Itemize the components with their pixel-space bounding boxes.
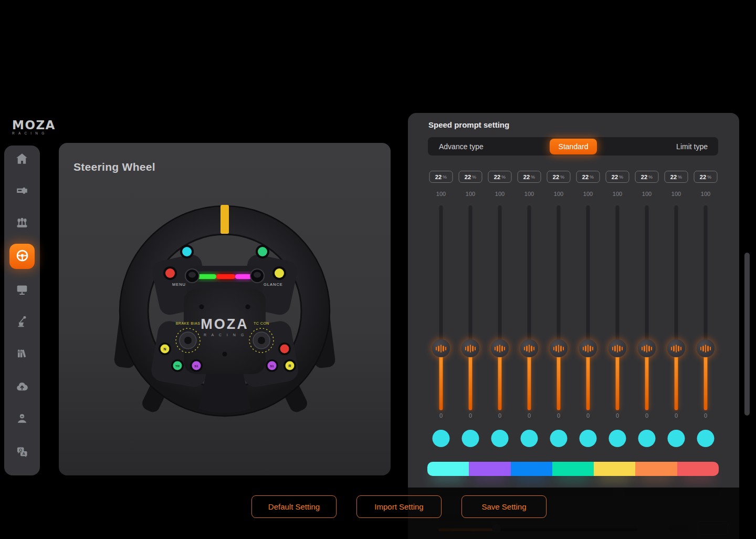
- sidebar: Q A: [4, 146, 40, 475]
- svg-text:N: N: [163, 347, 166, 351]
- sidebar-item-wheel-base[interactable]: [15, 185, 29, 199]
- logo-subtext: RACING: [12, 131, 70, 135]
- sidebar-item-monitor[interactable]: [15, 284, 29, 297]
- home-icon: [15, 152, 29, 168]
- svg-text:TC CON: TC CON: [254, 322, 269, 325]
- svg-text:MENU: MENU: [172, 282, 186, 287]
- sidebar-item-steering-wheel[interactable]: [9, 244, 35, 269]
- sidebar-item-home[interactable]: [15, 153, 29, 167]
- monitor-icon: [15, 283, 29, 298]
- steering-wheel-image: MENU GLANCE MOZA R A C I N G BRAKE BIAS …: [109, 195, 340, 427]
- logo-wordmark: MOZA: [12, 120, 70, 130]
- svg-text:A: A: [23, 451, 26, 456]
- pedals-icon: [15, 216, 29, 232]
- footer-bar: Default Setting Import Setting Save Sett…: [0, 489, 756, 539]
- steering-wheel-icon: [15, 248, 29, 265]
- svg-text:MOZA: MOZA: [201, 316, 248, 332]
- save-setting-button[interactable]: Save Setting: [461, 495, 547, 518]
- sidebar-item-pedals[interactable]: [15, 217, 29, 231]
- sidebar-item-user[interactable]: [15, 412, 29, 426]
- sidebar-item-cloud-upload[interactable]: [15, 381, 29, 395]
- cloud-upload-icon: [15, 380, 29, 396]
- dimmed-section: [408, 113, 739, 539]
- wheel-base-icon: [15, 184, 29, 200]
- svg-text:Q: Q: [19, 448, 22, 452]
- svg-text:R: R: [288, 364, 291, 368]
- handbrake-icon: [15, 315, 29, 330]
- svg-text:S1: S1: [194, 365, 198, 368]
- sidebar-item-handbrake[interactable]: [15, 316, 29, 329]
- svg-text:GLANCE: GLANCE: [264, 282, 283, 287]
- qa-icon: Q A: [15, 445, 29, 461]
- sidebar-item-library[interactable]: [15, 348, 29, 361]
- steering-wheel-panel: Steering Wheel: [59, 143, 391, 475]
- speed-prompt-panel: Speed prompt setting Advance type Standa…: [408, 113, 739, 539]
- sidebar-item-qa[interactable]: Q A: [15, 446, 29, 460]
- library-icon: [15, 347, 29, 362]
- default-setting-button[interactable]: Default Setting: [251, 495, 337, 518]
- svg-text:R A C I N G: R A C I N G: [204, 333, 246, 337]
- svg-text:BRAKE BIAS: BRAKE BIAS: [176, 322, 201, 325]
- panel-title: Steering Wheel: [74, 161, 155, 173]
- page-scrollbar-thumb[interactable]: [744, 253, 750, 416]
- user-icon: [15, 411, 29, 427]
- svg-text:TR: TR: [175, 365, 180, 368]
- svg-text:S1: S1: [270, 365, 274, 368]
- import-setting-button[interactable]: Import Setting: [356, 495, 442, 518]
- app-logo: MOZA RACING: [12, 120, 70, 135]
